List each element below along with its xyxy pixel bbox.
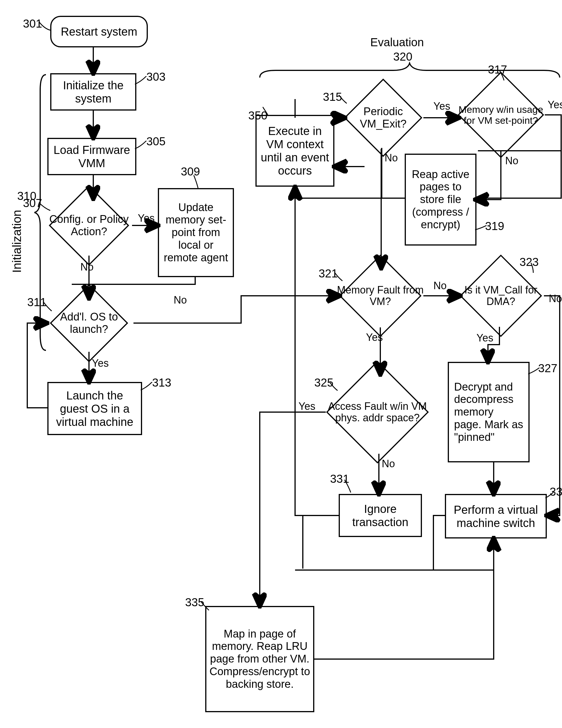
node-decrypt: Decrypt and decompress memory page. Mark…: [448, 362, 530, 462]
no-307: No: [80, 261, 94, 273]
leader-327: [528, 368, 540, 376]
node-periodic-exit: Periodic VM_Exit?: [339, 86, 428, 149]
leader-331: [344, 480, 354, 494]
flowchart: Restart system 301 Initialize the system…: [6, 6, 562, 728]
yes-315: Yes: [433, 101, 450, 112]
node-update-setpoint: Update memory set-point from local or re…: [158, 188, 234, 277]
no-323: No: [549, 293, 562, 304]
leader-301: [39, 22, 52, 33]
ref-320: 320: [393, 50, 412, 63]
leader-323: [528, 263, 537, 274]
yes-317: Yes: [548, 99, 562, 111]
yes-307: Yes: [138, 213, 155, 224]
periodic-exit-label: Periodic VM_Exit?: [339, 104, 428, 131]
leader-335: [201, 602, 211, 612]
label-initialization: Initialization: [10, 210, 24, 273]
node-config-policy: Config. or Policy Action?: [43, 194, 135, 257]
no-311: No: [174, 294, 187, 306]
leader-313: [141, 382, 154, 392]
node-addl-os: Add'l. OS to launch?: [43, 293, 135, 353]
ref-313: 313: [152, 376, 171, 389]
no-321: No: [433, 280, 447, 291]
node-mem-fault: Memory Fault from VM?: [334, 263, 426, 329]
node-map-page: Map in page of memory. Reap LRU page fro…: [205, 606, 314, 712]
yes-325: Yes: [298, 401, 315, 412]
vm-call-dma-label: Is it VM_Call for DMA?: [455, 283, 547, 309]
brace-evaluation: [258, 62, 561, 80]
yes-311: Yes: [92, 358, 109, 369]
no-325: No: [382, 458, 395, 470]
ref-327: 327: [538, 362, 557, 374]
node-vm-switch: Perform a virtual machine switch: [445, 494, 547, 538]
config-policy-label: Config. or Policy Action?: [43, 212, 135, 239]
mem-setpoint-label: Memory w/in usage for VM set-point?: [453, 103, 548, 127]
yes-321: Yes: [366, 332, 383, 343]
node-load-vmm: Load Firmware VMM: [47, 138, 136, 175]
ref-305: 305: [146, 135, 166, 148]
yes-323: Yes: [476, 332, 493, 344]
leader-309: [192, 175, 204, 190]
leader-321: [334, 272, 344, 282]
leader-319: [475, 224, 486, 233]
ref-319: 319: [485, 220, 504, 232]
node-ignore: Ignore transaction: [339, 494, 422, 537]
leader-305: [135, 141, 148, 151]
leader-315: [339, 95, 349, 105]
leader-333: [545, 492, 555, 500]
addl-os-label: Add'l. OS to launch?: [43, 310, 135, 336]
node-restart: Restart system: [50, 16, 148, 47]
mem-fault-label: Memory Fault from VM?: [334, 283, 426, 309]
label-evaluation: Evaluation: [370, 36, 424, 49]
node-init-system: Initialize the system: [50, 73, 136, 111]
node-launch-guest: Launch the guest OS in a virtual machine: [47, 382, 142, 435]
node-mem-setpoint: Memory w/in usage for VM set-point?: [453, 78, 548, 152]
leader-350: [263, 107, 271, 116]
leader-303: [135, 76, 148, 86]
leader-325: [329, 382, 339, 392]
no-317: No: [505, 155, 518, 167]
node-exec-vm: Execute in VM context until an event occ…: [256, 115, 334, 187]
ref-303: 303: [146, 70, 166, 83]
access-fault-label: Access Fault w/in VM phys. addr space?: [321, 399, 433, 425]
no-315: No: [385, 152, 398, 164]
node-reap-active: Reap active pages to store file (compres…: [405, 154, 476, 246]
